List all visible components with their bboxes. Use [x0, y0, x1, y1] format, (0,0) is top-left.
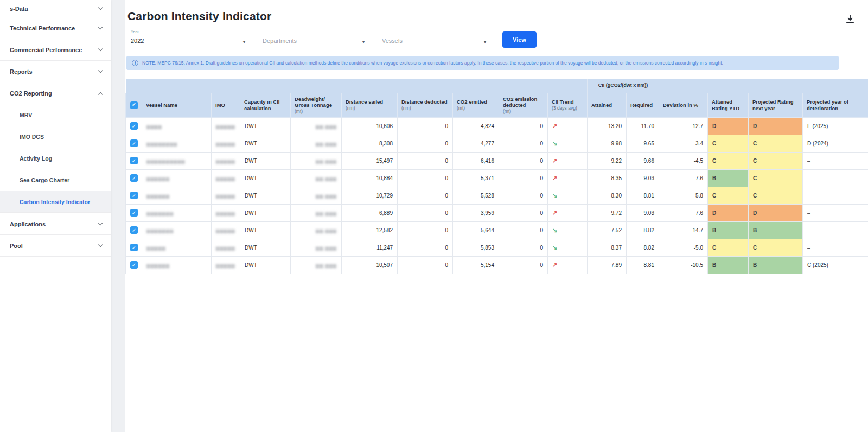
capacity-cell: DWT [240, 204, 291, 221]
co2-deducted-cell: 0 [499, 117, 548, 135]
attained-cell: 13.20 [588, 117, 627, 135]
col-distance-deducted[interactable]: Distance deducted(nm) [398, 93, 453, 117]
attained-rating-cell: C [708, 187, 749, 204]
row-checkbox[interactable]: ✓ [130, 157, 138, 164]
trend-cell: ↘ [548, 221, 588, 239]
projected-rating-cell: B [749, 256, 803, 274]
sidebar-item-label: s-Data [10, 5, 28, 12]
row-checkbox[interactable]: ✓ [130, 122, 138, 130]
deviation-cell: 12.7 [659, 117, 708, 135]
distance-deducted-cell: 0 [398, 117, 453, 135]
attained-rating-cell: C [708, 135, 749, 152]
distance-sailed-cell: 12,582 [342, 221, 398, 239]
trend-arrow-icon: ↗ [552, 209, 557, 216]
row-checkbox[interactable]: ✓ [130, 209, 138, 217]
capacity-cell: DWT [240, 256, 291, 274]
year-value: 2022 [131, 37, 144, 44]
sidebar-item-s-data[interactable]: s-Data [0, 0, 111, 17]
projected-rating-cell: C [749, 169, 803, 187]
col-projected-year[interactable]: Projected year of deterioration [803, 93, 868, 117]
sidebar-item-applications[interactable]: Applications [0, 213, 111, 235]
distance-sailed-cell: 8,308 [342, 135, 398, 152]
sidebar-item-label: CO2 Reporting [10, 90, 52, 97]
trend-arrow-icon: ↘ [552, 244, 557, 251]
deadweight-cell: ▆▆,▆▆▆ [291, 239, 342, 256]
info-icon: i [132, 60, 138, 66]
vessels-select[interactable]: Vessels ▾ [381, 34, 487, 48]
col-attained[interactable]: Attained [588, 93, 627, 117]
layout-gap [111, 0, 125, 432]
col-cii-trend[interactable]: CII Trend(3 days avg) [548, 93, 588, 117]
select-all-checkbox[interactable]: ✓ [130, 101, 138, 109]
col-co2-deducted[interactable]: CO2 emission deducted(mt) [499, 93, 548, 117]
deviation-cell: 7.6 [659, 204, 708, 221]
distance-sailed-cell: 11,247 [342, 239, 398, 256]
sidebar-item-commercial-performance[interactable]: Commercial Performance [0, 39, 111, 61]
projected-rating-cell: C [749, 135, 803, 152]
attained-cell: 8.30 [588, 187, 627, 204]
row-checkbox[interactable]: ✓ [130, 261, 138, 269]
col-distance-sailed[interactable]: Distance sailed(nm) [342, 93, 398, 117]
sidebar-item-co2-reporting[interactable]: CO2 Reporting [0, 82, 111, 104]
required-cell: 8.81 [627, 187, 659, 204]
sidebar-item-mrv[interactable]: MRV [0, 104, 111, 126]
col-deadweight[interactable]: Deadweight/ Gross Tonnage(mt) [291, 93, 342, 117]
projected-year-cell: – [803, 152, 868, 169]
co2-deducted-cell: 0 [499, 169, 548, 187]
sidebar-item-pool[interactable]: Pool [0, 235, 111, 257]
col-projected-rating[interactable]: Projected Rating next year [749, 93, 803, 117]
sidebar-item-reports[interactable]: Reports [0, 61, 111, 82]
sidebar-item-activity-log[interactable]: Activity Log [0, 148, 111, 169]
row-checkbox[interactable]: ✓ [130, 226, 138, 234]
row-checkbox[interactable]: ✓ [130, 244, 138, 251]
co2-emitted-cell: 3,959 [453, 204, 499, 221]
attained-rating-cell: C [708, 239, 749, 256]
col-deviation[interactable]: Deviation in % [659, 93, 708, 117]
year-select[interactable]: Year 2022 ▾ [130, 34, 246, 48]
table-row: ✓ ▆▆▆▆ ▆▆▆▆▆ DWT ▆▆,▆▆▆ 10,606 0 4,824 0… [126, 117, 868, 135]
row-checkbox[interactable]: ✓ [130, 139, 138, 147]
view-button[interactable]: View [502, 31, 537, 48]
sidebar-item-imo-dcs[interactable]: IMO DCS [0, 126, 111, 148]
deadweight-cell: ▆▆,▆▆▆ [291, 135, 342, 152]
col-required[interactable]: Required [627, 93, 659, 117]
download-icon[interactable] [844, 13, 856, 25]
col-attained-rating[interactable]: Attained Rating YTD [708, 93, 749, 117]
attained-cell: 9.22 [588, 152, 627, 169]
col-co2-emitted[interactable]: CO2 emitted(mt) [453, 93, 499, 117]
sidebar-item-label: Technical Performance [10, 25, 75, 31]
row-checkbox[interactable]: ✓ [130, 174, 138, 182]
row-checkbox[interactable]: ✓ [130, 192, 138, 199]
trend-cell: ↗ [548, 204, 588, 221]
projected-year-cell: – [803, 239, 868, 256]
table-row: ✓ ▆▆▆▆▆▆▆ ▆▆▆▆▆ DWT ▆▆,▆▆▆ 6,889 0 3,959… [126, 204, 868, 221]
required-cell: 8.82 [627, 221, 659, 239]
sidebar-item-technical-performance[interactable]: Technical Performance [0, 17, 111, 39]
sidebar-item-sea-cargo-charter[interactable]: Sea Cargo Charter [0, 169, 111, 191]
distance-sailed-cell: 10,884 [342, 169, 398, 187]
departments-select[interactable]: Departments ▾ [261, 34, 366, 48]
required-cell: 9.03 [627, 169, 659, 187]
capacity-cell: DWT [240, 239, 291, 256]
deadweight-cell: ▆▆,▆▆▆ [291, 187, 342, 204]
trend-cell: ↗ [548, 256, 588, 274]
attained-rating-cell: B [708, 256, 749, 274]
distance-deducted-cell: 0 [398, 169, 453, 187]
trend-cell: ↘ [548, 135, 588, 152]
row-select-cell: ✓ [126, 239, 142, 256]
co2-reporting-submenu: MRV IMO DCS Activity Log Sea Cargo Chart… [0, 104, 111, 213]
sidebar-item-carbon-intensity-indicator[interactable]: Carbon Intensity Indicator [0, 191, 111, 213]
sidebar-subitem-label: Sea Cargo Charter [20, 177, 69, 183]
col-imo[interactable]: IMO [212, 93, 240, 117]
distance-deducted-cell: 0 [398, 239, 453, 256]
deviation-cell: -4.5 [659, 152, 708, 169]
distance-sailed-cell: 10,507 [342, 256, 398, 274]
attained-cell: 8.35 [588, 169, 627, 187]
required-cell: 9.03 [627, 204, 659, 221]
co2-deducted-cell: 0 [499, 187, 548, 204]
sidebar-item-label: Reports [10, 68, 33, 75]
col-capacity[interactable]: Capacity in CII calculation [240, 93, 291, 117]
col-vessel-name[interactable]: Vessel Name [142, 93, 212, 117]
attained-cell: 8.37 [588, 239, 627, 256]
trend-cell: ↘ [548, 239, 588, 256]
